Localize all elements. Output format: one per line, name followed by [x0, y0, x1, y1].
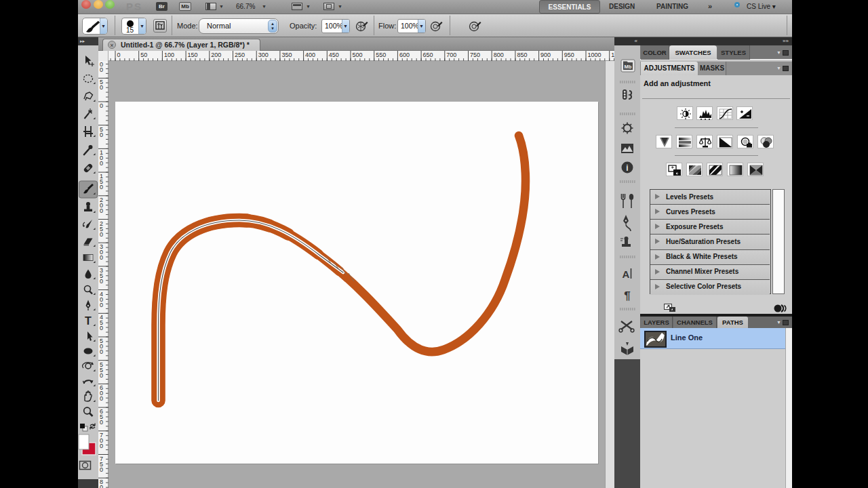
- svg-text:0: 0: [100, 66, 103, 73]
- svg-text:850: 850: [517, 52, 527, 58]
- svg-text:0: 0: [100, 484, 103, 488]
- svg-text:0: 0: [100, 160, 103, 167]
- svg-text:200: 200: [211, 52, 221, 58]
- svg-text:150: 150: [188, 52, 198, 58]
- svg-text:0: 0: [100, 443, 103, 449]
- svg-text:0: 0: [100, 325, 103, 331]
- svg-text:0: 0: [100, 302, 103, 308]
- svg-text:0: 0: [100, 231, 103, 238]
- svg-text:700: 700: [446, 52, 456, 58]
- svg-text:750: 750: [470, 52, 480, 58]
- svg-text:A: A: [623, 268, 630, 280]
- svg-text:0: 0: [100, 131, 103, 138]
- svg-text:550: 550: [376, 52, 386, 58]
- svg-text:900: 900: [540, 52, 551, 58]
- svg-text:Mb: Mb: [625, 64, 632, 70]
- svg-text:0: 0: [100, 419, 103, 426]
- svg-text:0: 0: [100, 207, 103, 214]
- svg-text:0: 0: [100, 278, 103, 285]
- svg-text:600: 600: [399, 52, 410, 58]
- svg-text:0: 0: [100, 466, 103, 473]
- svg-text:500: 500: [353, 52, 363, 58]
- svg-text:0: 0: [100, 348, 103, 355]
- svg-text:1000: 1000: [588, 52, 601, 58]
- svg-text:250: 250: [235, 52, 245, 58]
- svg-text:0: 0: [100, 372, 103, 379]
- svg-text:i: i: [626, 163, 628, 173]
- svg-text:450: 450: [329, 52, 339, 58]
- svg-text:350: 350: [281, 52, 292, 58]
- svg-text:0: 0: [100, 254, 103, 261]
- svg-text:100: 100: [164, 52, 174, 58]
- svg-text:950: 950: [564, 52, 574, 58]
- svg-text:0: 0: [100, 395, 103, 402]
- svg-text:0: 0: [100, 102, 103, 109]
- svg-text:300: 300: [258, 52, 269, 58]
- svg-text:0: 0: [117, 52, 121, 58]
- svg-text:¶: ¶: [624, 289, 630, 302]
- svg-text:400: 400: [305, 52, 315, 58]
- svg-text:650: 650: [423, 52, 433, 58]
- svg-text:800: 800: [494, 52, 504, 58]
- svg-text:50: 50: [140, 52, 147, 58]
- svg-text:T: T: [85, 315, 92, 327]
- svg-text:0: 0: [100, 184, 103, 190]
- svg-text:0: 0: [100, 84, 103, 91]
